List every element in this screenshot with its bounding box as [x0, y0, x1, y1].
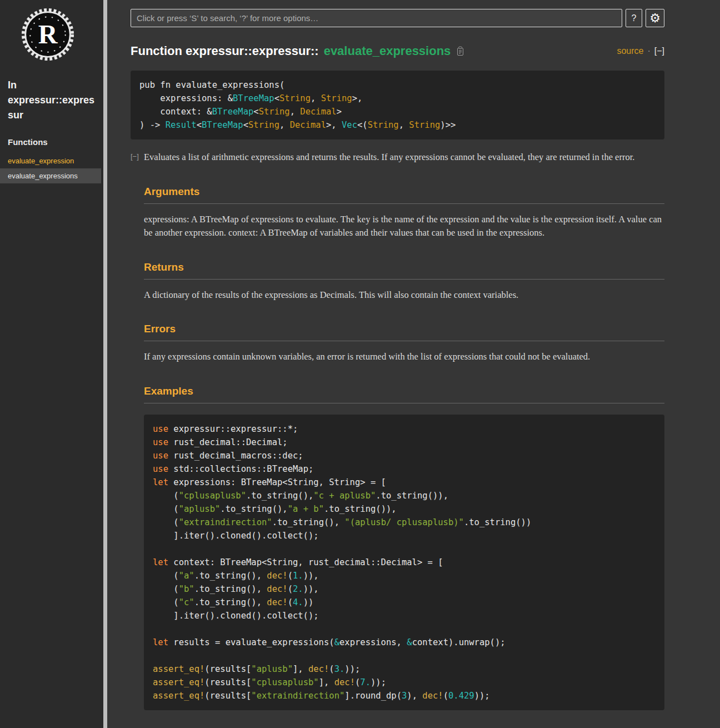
svg-text:R: R	[38, 19, 58, 49]
code-line	[153, 649, 656, 662]
code-line: expressions: &BTreeMap<String, String>,	[139, 92, 656, 105]
search-input[interactable]	[131, 9, 622, 27]
main-content: ? ⚙ Function expressur::expressur::evalu…	[107, 0, 720, 728]
code-line	[153, 542, 656, 556]
source-link[interactable]: source	[617, 46, 643, 56]
function-description: Evaluates a list of arithmetic expressio…	[144, 151, 664, 164]
section-heading-returns: Returns	[144, 261, 664, 280]
sidebar-crate-location[interactable]: In expressur::expressur	[8, 78, 96, 123]
code-line: let results = evaluate_expressions(&expr…	[153, 636, 656, 649]
code-line: ("aplusb".to_string(),"a + b".to_string(…	[153, 502, 656, 516]
rust-logo-icon: R	[21, 8, 74, 61]
section-body-arguments: expressions: A BTreeMap of expressions t…	[144, 213, 664, 240]
code-line: ) -> Result<BTreeMap<String, Decimal>, V…	[139, 118, 656, 132]
sidebar-section-functions: Functions	[8, 137, 96, 147]
sidebar-item-evaluate_expressions[interactable]: evaluate_expressions	[0, 168, 101, 183]
code-line: assert_eq!(results["extraindirection"].r…	[153, 689, 656, 702]
code-line: ].iter().cloned().collect();	[153, 609, 656, 622]
dot-separator: ·	[647, 46, 650, 56]
copy-path-button[interactable]	[456, 46, 464, 56]
code-line: ("c".to_string(), dec!(4.))	[153, 596, 656, 609]
code-line: use expressur::expressur::*;	[153, 422, 656, 436]
code-line: use rust_decimal_macros::dec;	[153, 449, 656, 462]
function-declaration: pub fn evaluate_expressions( expressions…	[131, 71, 664, 139]
title-prefix: Function expressur::expressur::	[131, 44, 319, 58]
section-heading-examples: Examples	[144, 385, 664, 403]
sidebar-resizer[interactable]	[103, 0, 107, 728]
code-line: ("a".to_string(), dec!(1.)),	[153, 569, 656, 582]
code-line	[153, 622, 656, 636]
sidebar-item-evaluate_expression[interactable]: evaluate_expression	[0, 153, 101, 168]
code-line: use rust_decimal::Decimal;	[153, 436, 656, 449]
section-examples: Examples use expressur::expressur::*;use…	[144, 385, 664, 710]
docblock: [−] Evaluates a list of arithmetic expre…	[144, 151, 664, 710]
title-function-name[interactable]: evaluate_expressions	[324, 44, 451, 58]
page-title: Function expressur::expressur::evaluate_…	[131, 44, 464, 58]
title-controls: source · [−]	[617, 46, 664, 56]
example-code-block: use expressur::expressur::*;use rust_dec…	[144, 415, 664, 710]
section-heading-arguments: Arguments	[144, 186, 664, 204]
section-heading-errors: Errors	[144, 323, 664, 341]
sidebar: R In expressur::expressur Functions eval…	[0, 0, 103, 728]
code-line: use std::collections::BTreeMap;	[153, 462, 656, 476]
code-line: let expressions: BTreeMap<String, String…	[153, 476, 656, 489]
help-button[interactable]: ?	[626, 9, 642, 27]
code-line: assert_eq!(results["cplusaplusb"], dec!(…	[153, 676, 656, 689]
rust-logo[interactable]: R	[21, 8, 74, 61]
description-collapse-toggle[interactable]: [−]	[131, 152, 139, 161]
section-body-errors: If any expressions contain unknown varia…	[144, 350, 664, 364]
sidebar-function-list: evaluate_expressionevaluate_expressions	[8, 153, 96, 183]
code-line: ("extraindirection".to_string(), "(aplus…	[153, 516, 656, 529]
section-returns: Returns A dictionary of the results of t…	[144, 261, 664, 302]
title-row: Function expressur::expressur::evaluate_…	[131, 44, 664, 58]
code-line: context: &BTreeMap<String, Decimal>	[139, 105, 656, 118]
settings-gear-icon[interactable]: ⚙	[646, 9, 664, 27]
section-arguments: Arguments expressions: A BTreeMap of exp…	[144, 186, 664, 240]
copy-path-icon	[456, 46, 464, 56]
section-errors: Errors If any expressions contain unknow…	[144, 323, 664, 364]
code-line: ("b".to_string(), dec!(2.)),	[153, 582, 656, 596]
collapse-all-toggle[interactable]: [−]	[654, 46, 664, 56]
code-line: let context: BTreeMap<String, rust_decim…	[153, 556, 656, 569]
search-bar: ? ⚙	[131, 9, 664, 27]
code-line: ("cplusaplusb".to_string(),"c + aplusb".…	[153, 489, 656, 502]
code-line: ].iter().cloned().collect();	[153, 529, 656, 542]
code-line: assert_eq!(results["aplusb"], dec!(3.));	[153, 662, 656, 676]
section-body-returns: A dictionary of the results of the expre…	[144, 288, 664, 302]
code-line: pub fn evaluate_expressions(	[139, 78, 656, 92]
description-row: [−] Evaluates a list of arithmetic expre…	[144, 151, 664, 164]
